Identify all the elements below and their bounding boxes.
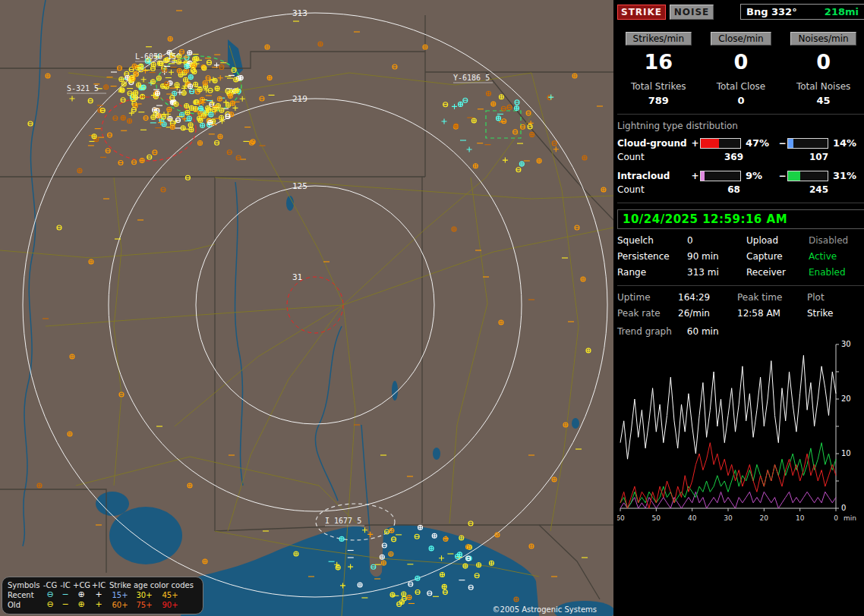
- strike-marker: [216, 104, 220, 108]
- strike-marker: [418, 525, 423, 530]
- strike-indicator-button[interactable]: STRIKE: [617, 5, 666, 20]
- legend-row-label: Old: [8, 600, 43, 610]
- storm-track-label: Y-6186 5: [453, 74, 490, 82]
- noise-indicator-button[interactable]: NOISE: [670, 5, 714, 20]
- strike-marker: [234, 77, 238, 82]
- legend-symbol-ncg-icon: ⊖: [43, 600, 58, 610]
- strike-marker: [466, 545, 471, 549]
- strike-marker: [215, 86, 219, 91]
- total-close-label: Total Close: [700, 81, 783, 92]
- uptime-label: Uptime: [617, 292, 678, 303]
- strike-marker: [459, 536, 464, 540]
- legend-symbol-nic-icon: −: [58, 600, 73, 610]
- legend-symbol-pic-icon: +: [90, 600, 108, 610]
- strike-marker: [188, 483, 192, 488]
- strike-marker: [228, 94, 232, 99]
- strike-marker: [156, 76, 161, 80]
- strike-marker: [46, 74, 50, 78]
- strike-marker: [137, 83, 141, 87]
- strike-marker: [202, 66, 207, 71]
- close-per-min-value: 0: [700, 51, 783, 74]
- strike-marker: [174, 102, 178, 106]
- settings-grid: Squelch 0 Upload Disabled Persistence 90…: [617, 235, 864, 278]
- legend-age-code: 45+: [156, 590, 184, 600]
- trend-xtick-label: 20: [760, 514, 769, 522]
- total-noises-label: Total Noises: [782, 81, 864, 92]
- strike-marker: [140, 159, 144, 163]
- strike-marker: [389, 552, 393, 556]
- cloud-ground-minus-bar: [787, 138, 828, 149]
- peak-time-label: Peak time: [737, 292, 807, 303]
- strike-marker: [192, 70, 197, 74]
- strike-marker: [184, 64, 189, 68]
- strike-marker: [581, 277, 585, 281]
- strike-marker: [77, 168, 82, 173]
- strike-marker: [491, 102, 496, 106]
- legend-age-title: Strike age color codes: [108, 580, 184, 590]
- strike-marker: [119, 77, 124, 82]
- strike-marker: [230, 101, 235, 105]
- total-strikes-value: 789: [617, 95, 700, 106]
- minus-sign: −: [777, 138, 787, 149]
- strike-marker: [429, 546, 434, 551]
- trend-ytick-label: 0: [841, 504, 846, 512]
- strike-marker: [188, 75, 193, 80]
- trend-x-unit: min: [844, 514, 856, 522]
- strikes-per-min-button[interactable]: Strikes/min: [626, 32, 692, 46]
- legend-age-code: 75+: [132, 600, 156, 610]
- strike-marker: [477, 563, 481, 567]
- plot-value: Strike: [807, 308, 859, 319]
- map-canvas[interactable]: 31321912531 L-6050 15^S-321 5Y-6186 5I 1…: [0, 0, 613, 616]
- strike-marker: [197, 116, 202, 121]
- noises-per-min-value: 0: [782, 51, 864, 74]
- strike-marker: [167, 107, 172, 112]
- strike-marker: [389, 528, 394, 533]
- strike-marker: [432, 533, 437, 538]
- range-ring-label: 219: [292, 94, 307, 104]
- strike-marker: [463, 564, 468, 568]
- persistence-label: Persistence: [617, 251, 687, 262]
- strike-marker: [586, 348, 591, 353]
- divider: [617, 203, 864, 203]
- uptime-value: 164:29: [678, 292, 737, 303]
- trend-ytick-label: 10: [841, 449, 851, 457]
- strike-marker: [582, 156, 587, 160]
- strike-marker: [184, 104, 189, 108]
- plus-sign: +: [690, 138, 700, 149]
- strike-marker: [68, 432, 72, 436]
- strike-marker: [92, 134, 96, 139]
- lightning-map[interactable]: 31321912531 L-6050 15^S-321 5Y-6186 5I 1…: [0, 0, 613, 616]
- plot-label: Plot: [807, 292, 859, 303]
- strike-marker: [104, 85, 109, 90]
- strike-marker: [487, 91, 491, 96]
- count-label: Count: [617, 184, 690, 195]
- legend-row-label: Recent: [8, 590, 43, 600]
- strike-marker: [181, 91, 186, 96]
- strike-marker: [530, 132, 534, 137]
- strike-marker: [339, 536, 344, 541]
- strike-marker: [151, 115, 156, 120]
- trend-graph-chart: 01020306050403020100min: [617, 340, 864, 536]
- trend-xtick-label: 0: [834, 514, 838, 522]
- strike-marker: [318, 42, 323, 46]
- strike-marker: [89, 259, 93, 264]
- strike-marker: [423, 45, 427, 49]
- noises-per-min-button[interactable]: Noises/min: [790, 32, 856, 46]
- bearing-distance: 218mi: [825, 6, 859, 17]
- trend-graph-window: 60 min: [687, 326, 719, 337]
- close-per-min-button[interactable]: Close/min: [711, 32, 771, 46]
- strike-marker: [170, 124, 175, 129]
- strike-marker: [70, 354, 74, 359]
- peak-time-value: 12:58 AM: [737, 308, 807, 319]
- capture-status: Active: [809, 251, 859, 262]
- strike-marker: [121, 115, 125, 120]
- legend-age-code: 15+: [108, 590, 132, 600]
- app-window: 31321912531 L-6050 15^S-321 5Y-6186 5I 1…: [0, 0, 864, 616]
- legend-box: Symbols-CG-IC+CG+ICStrike age color code…: [2, 577, 203, 614]
- strike-marker: [203, 559, 207, 564]
- peak-rate-value: 26/min: [678, 308, 737, 319]
- total-strikes-label: Total Strikes: [617, 81, 700, 92]
- strike-marker: [189, 127, 194, 132]
- range-label: Range: [617, 267, 687, 278]
- intracloud-minus-bar: [787, 171, 828, 181]
